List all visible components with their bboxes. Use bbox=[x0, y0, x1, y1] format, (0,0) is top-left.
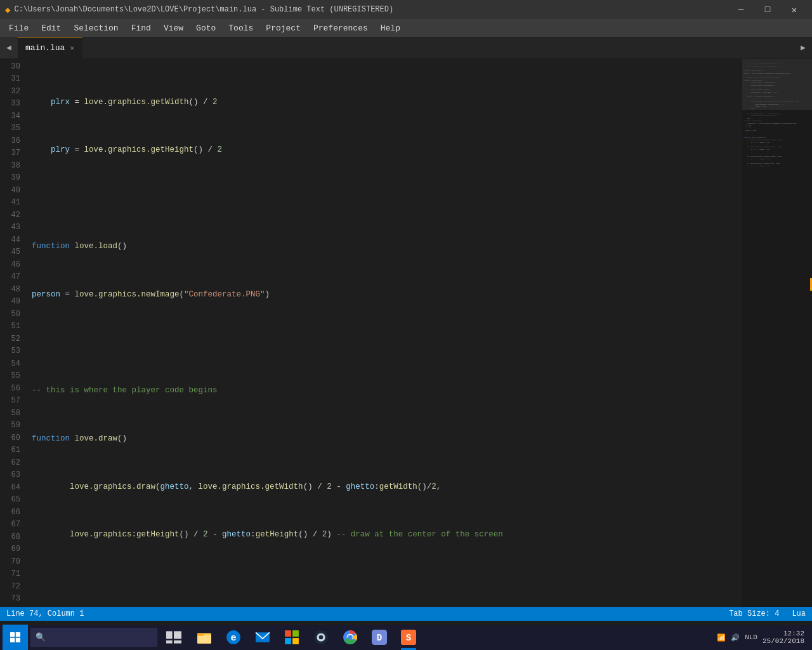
statusbar: Line 74, Column 1 Tab Size: 4 Lua bbox=[0, 607, 812, 621]
status-right: Tab Size: 4 Lua bbox=[729, 609, 806, 618]
line-num-57: 57 bbox=[0, 395, 20, 408]
code-line-34: person = love.graphics.newImage("Confede… bbox=[32, 288, 742, 301]
svg-text:S: S bbox=[406, 633, 412, 643]
status-position: Line 74, Column 1 bbox=[6, 609, 84, 618]
close-button[interactable]: ✕ bbox=[782, 0, 807, 19]
line-num-63: 63 bbox=[0, 469, 20, 482]
line-num-37: 37 bbox=[0, 147, 20, 160]
taskbar-right: 📶 🔊 NLD 12:32 25/02/2018 bbox=[717, 630, 809, 645]
code-area[interactable]: plrx = love.graphics.getWidth() / 2 plry… bbox=[25, 59, 742, 607]
svg-rect-2 bbox=[10, 638, 15, 642]
menu-help[interactable]: Help bbox=[374, 21, 407, 36]
minimap-content: plrx = love.graphics.getWidth() / 2 plry… bbox=[742, 59, 812, 607]
window-controls: ─ □ ✕ bbox=[728, 0, 807, 19]
taskbar-time-display: 12:32 bbox=[763, 630, 804, 637]
line-num-45: 45 bbox=[0, 246, 20, 259]
status-language[interactable]: Lua bbox=[792, 609, 806, 618]
taskbar-mail[interactable] bbox=[249, 625, 277, 650]
taskbar-store[interactable] bbox=[278, 625, 306, 650]
line-num-64: 64 bbox=[0, 481, 20, 494]
taskbar-chrome[interactable] bbox=[336, 625, 364, 650]
taskbar-explorer[interactable] bbox=[190, 625, 218, 650]
code-line-35 bbox=[32, 336, 742, 349]
line-num-62: 62 bbox=[0, 456, 20, 469]
line-num-35: 35 bbox=[0, 123, 20, 135]
svg-rect-15 bbox=[292, 630, 299, 637]
tab-main-lua[interactable]: main.lua ✕ bbox=[18, 37, 82, 58]
code-line-36: -- this is where the player code begins bbox=[32, 385, 742, 397]
tab-right-arrow[interactable]: ▶ bbox=[794, 37, 812, 58]
line-num-59: 59 bbox=[0, 420, 20, 432]
svg-rect-7 bbox=[174, 640, 181, 644]
maximize-button[interactable]: □ bbox=[755, 0, 780, 19]
line-num-42: 42 bbox=[0, 209, 20, 222]
svg-rect-4 bbox=[166, 631, 173, 639]
menu-view[interactable]: View bbox=[157, 21, 190, 36]
taskbar-task-view[interactable] bbox=[160, 625, 188, 650]
menu-edit[interactable]: Edit bbox=[35, 21, 67, 36]
taskbar-date-display: 25/02/2018 bbox=[763, 637, 804, 645]
svg-rect-5 bbox=[174, 631, 181, 639]
status-tab-size[interactable]: Tab Size: 4 bbox=[729, 609, 779, 618]
minimap[interactable]: plrx = love.graphics.getWidth() / 2 plry… bbox=[742, 59, 812, 607]
line-num-34: 34 bbox=[0, 110, 20, 123]
minimize-button[interactable]: ─ bbox=[728, 0, 754, 19]
menu-file[interactable]: File bbox=[3, 21, 35, 36]
line-num-41: 41 bbox=[0, 197, 20, 209]
line-num-71: 71 bbox=[0, 568, 20, 581]
taskbar-network-icon: 📶 bbox=[717, 633, 726, 642]
line-num-53: 53 bbox=[0, 345, 20, 358]
line-num-68: 68 bbox=[0, 531, 20, 543]
taskbar-steam[interactable] bbox=[307, 625, 335, 650]
search-icon: 🔍 bbox=[36, 632, 46, 642]
tab-close-icon[interactable]: ✕ bbox=[70, 44, 74, 52]
code-line-32 bbox=[32, 192, 742, 205]
taskbar-edge[interactable]: e bbox=[219, 625, 247, 650]
code-line-30: plrx = love.graphics.getWidth() / 2 bbox=[32, 96, 742, 109]
menu-preferences[interactable]: Preferences bbox=[307, 21, 374, 36]
menu-selection[interactable]: Selection bbox=[67, 21, 124, 36]
line-num-51: 51 bbox=[0, 321, 20, 333]
menu-project[interactable]: Project bbox=[259, 21, 307, 36]
line-num-67: 67 bbox=[0, 519, 20, 531]
svg-point-23 bbox=[348, 635, 353, 640]
code-line-31: plry = love.graphics.getHeight() / 2 bbox=[32, 144, 742, 157]
taskbar-search[interactable]: 🔍 bbox=[30, 628, 157, 647]
svg-rect-16 bbox=[285, 638, 291, 644]
taskbar-sound-icon: 🔊 bbox=[731, 633, 740, 642]
line-num-40: 40 bbox=[0, 184, 20, 197]
svg-rect-0 bbox=[10, 632, 15, 637]
taskbar-discord[interactable]: D bbox=[365, 625, 393, 650]
menubar: File Edit Selection Find View Goto Tools… bbox=[0, 19, 812, 37]
svg-text:e: e bbox=[230, 632, 236, 644]
line-num-30: 30 bbox=[0, 60, 20, 73]
tab-left-arrow[interactable]: ◀ bbox=[0, 37, 18, 58]
tab-label: main.lua bbox=[25, 43, 65, 53]
svg-text:D: D bbox=[377, 633, 383, 643]
line-num-73: 73 bbox=[0, 593, 20, 606]
menu-tools[interactable]: Tools bbox=[222, 21, 259, 36]
taskbar-clock: 12:32 25/02/2018 bbox=[763, 630, 804, 645]
menu-goto[interactable]: Goto bbox=[190, 21, 222, 36]
taskbar: 🔍 e bbox=[0, 625, 812, 650]
line-num-69: 69 bbox=[0, 543, 20, 556]
line-num-72: 72 bbox=[0, 580, 20, 593]
line-num-50: 50 bbox=[0, 308, 20, 321]
svg-rect-3 bbox=[16, 638, 20, 642]
start-button[interactable] bbox=[3, 625, 28, 650]
line-num-58: 58 bbox=[0, 407, 20, 420]
taskbar-sublime[interactable]: S bbox=[395, 625, 422, 650]
code-line-39: love.graphics:getHeight() / 2 - ghetto:g… bbox=[32, 529, 742, 541]
line-num-56: 56 bbox=[0, 382, 20, 395]
line-num-32: 32 bbox=[0, 85, 20, 98]
title-text: C:\Users\Jonah\Documents\Love2D\LOVE\Pro… bbox=[14, 5, 728, 14]
taskbar-apps: e bbox=[190, 625, 422, 650]
line-num-66: 66 bbox=[0, 506, 20, 519]
menu-find[interactable]: Find bbox=[125, 21, 157, 36]
line-num-60: 60 bbox=[0, 432, 20, 444]
taskbar-locale: NLD bbox=[745, 633, 757, 641]
line-num-43: 43 bbox=[0, 222, 20, 234]
app-icon: ◆ bbox=[5, 4, 10, 15]
line-num-46: 46 bbox=[0, 258, 20, 271]
svg-rect-1 bbox=[16, 632, 20, 637]
